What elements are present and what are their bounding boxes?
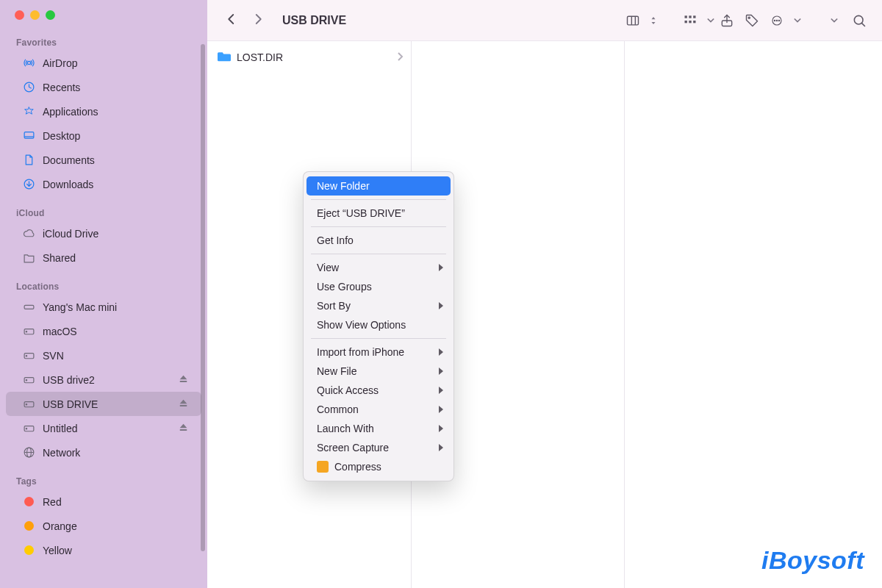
menu-item-label: Quick Access [317,384,379,396]
svg-rect-33 [693,15,695,18]
svg-marker-21 [180,423,187,428]
menu-item-label: New Folder [317,180,370,192]
sidebar-scrollbar[interactable] [201,44,205,551]
menu-item-label: Show View Options [317,319,406,331]
download-icon [22,178,35,190]
window-title: USB DRIVE [282,14,346,27]
updown-icon [650,14,657,27]
sidebar-section-locations-title: Locations [0,270,207,295]
menu-item-common[interactable]: Common [306,400,451,419]
menu-item-eject-usb-drive-[interactable]: Eject “USB DRIVE” [306,204,451,223]
menu-item-new-file[interactable]: New File [306,362,451,381]
eject-icon[interactable] [179,374,188,386]
eject-icon[interactable] [179,423,188,434]
doc-icon [22,154,35,166]
menu-item-show-view-options[interactable]: Show View Options [306,315,451,334]
menu-item-label: Compress [334,461,381,473]
tag-dot-icon [24,545,34,555]
sidebar-tag-red[interactable]: Red [6,490,201,514]
svg-rect-14 [180,380,187,381]
close-button[interactable] [15,10,24,20]
sidebar-item-downloads[interactable]: Downloads [6,172,201,196]
cloud-icon [22,227,35,240]
menu-separator [311,254,446,254]
sidebar-item-untitled[interactable]: Untitled [6,416,201,440]
back-button[interactable] [225,12,238,29]
share-button[interactable] [714,8,739,33]
chevron-right-icon [398,51,404,63]
sidebar-item-recents[interactable]: Recents [6,75,201,99]
sidebar-item-airdrop[interactable]: AirDrop [6,51,201,75]
menu-item-screen-capture[interactable]: Screen Capture [306,438,451,457]
svg-point-41 [776,20,777,21]
sidebar-item-shared[interactable]: Shared [6,245,201,270]
svg-point-42 [778,20,779,21]
sidebar-section-icloud-title: iCloud [0,196,207,221]
sidebar-item-macos[interactable]: macOS [6,319,201,343]
overflow-button[interactable] [822,8,847,33]
menu-item-use-groups[interactable]: Use Groups [306,277,451,296]
menu-separator [311,199,446,200]
sidebar-tag-orange[interactable]: Orange [6,514,201,538]
menu-item-view[interactable]: View [306,258,451,277]
sidebar-item-yang-s-mac-mini[interactable]: Yang's Mac mini [6,295,201,319]
chevron-down-icon [831,14,838,27]
menu-item-label: Eject “USB DRIVE” [317,207,405,219]
chevron-down-icon [707,14,714,27]
svg-point-0 [27,61,30,64]
menu-item-get-info[interactable]: Get Info [306,231,451,250]
sidebar-item-icloud-drive[interactable]: iCloud Drive [6,221,201,245]
sidebar-item-label: USB drive2 [43,374,179,386]
sidebar-item-label: USB DRIVE [43,398,179,410]
eject-icon[interactable] [179,398,188,410]
menu-item-compress[interactable]: Compress [306,457,451,476]
tags-button[interactable] [739,8,764,33]
svg-rect-34 [685,21,687,23]
sidebar-item-label: AirDrop [43,57,188,69]
menu-item-quick-access[interactable]: Quick Access [306,381,451,400]
view-mode-button[interactable] [620,8,657,33]
disk-icon [22,349,35,362]
svg-marker-17 [180,399,187,404]
sidebar-item-svn[interactable]: SVN [6,343,201,368]
sidebar-item-label: SVN [43,350,188,362]
menu-item-label: Screen Capture [317,442,389,453]
maximize-button[interactable] [46,10,55,20]
svg-point-40 [774,20,775,21]
svg-marker-30 [652,21,656,24]
tag-dot-icon [24,497,34,506]
grid-icon [678,8,703,33]
column-3[interactable] [625,41,882,588]
svg-marker-13 [180,375,187,379]
forward-button[interactable] [251,12,265,29]
clock-icon [22,81,35,93]
sidebar-item-desktop[interactable]: Desktop [6,123,201,148]
sidebar-item-usb-drive2[interactable]: USB drive2 [6,368,201,392]
minimize-button[interactable] [30,10,40,20]
menu-separator [311,226,446,227]
chevron-down-icon [794,14,801,27]
menu-item-launch-with[interactable]: Launch With [306,419,451,438]
airdrop-icon [22,57,35,69]
sidebar-item-documents[interactable]: Documents [6,148,201,172]
actions-button[interactable] [764,8,801,33]
menu-item-import-from-iphone[interactable]: Import from iPhone [306,343,451,362]
sidebar-item-usb-drive[interactable]: USB DRIVE [6,392,201,416]
menu-item-new-folder[interactable]: New Folder [306,176,451,196]
folder-item-lostdir[interactable]: LOST.DIR [207,47,411,68]
svg-rect-18 [180,404,187,406]
menu-item-label: Get Info [317,234,354,246]
svg-rect-32 [689,15,691,18]
group-by-button[interactable] [678,8,714,33]
sidebar-tag-yellow[interactable]: Yellow [6,538,201,562]
desktop-icon [22,129,35,142]
svg-point-16 [26,404,26,405]
sidebar-item-applications[interactable]: Applications [6,99,201,123]
sidebar-item-label: Untitled [43,423,179,434]
svg-point-8 [26,331,26,332]
search-button[interactable] [847,8,872,33]
sidebar-item-label: Documents [43,154,188,166]
sidebar-item-network[interactable]: Network [6,440,201,465]
sidebar: Favorites AirDropRecentsApplicationsDesk… [0,0,207,588]
menu-item-sort-by[interactable]: Sort By [306,296,451,315]
